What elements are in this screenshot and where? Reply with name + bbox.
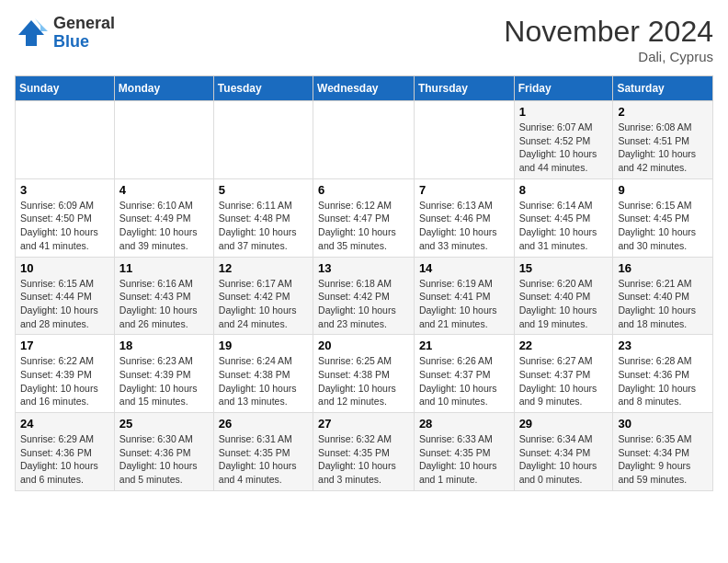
day-info: Sunrise: 6:30 AMSunset: 4:36 PMDaylight:… [119,432,209,487]
week-row-4: 17Sunrise: 6:22 AMSunset: 4:39 PMDayligh… [16,335,713,413]
day-info: Sunrise: 6:13 AMSunset: 4:46 PMDaylight:… [419,199,509,253]
day-info: Sunrise: 6:22 AMSunset: 4:39 PMDaylight:… [20,354,109,408]
day-info: Sunrise: 6:24 AMSunset: 4:38 PMDaylight:… [219,354,308,408]
day-info: Sunrise: 6:23 AMSunset: 4:39 PMDaylight:… [119,354,209,408]
calendar-cell: 28Sunrise: 6:33 AMSunset: 4:35 PMDayligh… [414,413,514,491]
logo-text: General Blue [53,15,115,52]
calendar-cell: 16Sunrise: 6:21 AMSunset: 4:40 PMDayligh… [613,257,713,335]
day-number: 25 [119,417,209,431]
day-number: 30 [618,417,708,431]
calendar-cell: 2Sunrise: 6:08 AMSunset: 4:51 PMDaylight… [613,101,713,179]
calendar-cell: 21Sunrise: 6:26 AMSunset: 4:37 PMDayligh… [414,335,514,413]
day-number: 19 [219,339,308,352]
day-info: Sunrise: 6:08 AMSunset: 4:51 PMDaylight:… [618,121,708,175]
calendar-cell [313,101,415,179]
calendar-cell: 13Sunrise: 6:18 AMSunset: 4:42 PMDayligh… [313,257,415,335]
day-info: Sunrise: 6:11 AMSunset: 4:48 PMDaylight:… [219,199,308,253]
logo: General Blue [15,15,115,52]
calendar-cell: 24Sunrise: 6:29 AMSunset: 4:36 PMDayligh… [16,413,115,491]
day-info: Sunrise: 6:35 AMSunset: 4:34 PMDaylight:… [618,432,708,487]
day-info: Sunrise: 6:07 AMSunset: 4:52 PMDaylight:… [519,121,609,175]
day-number: 11 [119,261,209,275]
week-row-5: 24Sunrise: 6:29 AMSunset: 4:36 PMDayligh… [16,413,713,491]
calendar-cell: 9Sunrise: 6:15 AMSunset: 4:45 PMDaylight… [613,178,713,257]
day-info: Sunrise: 6:21 AMSunset: 4:40 PMDaylight:… [618,277,708,331]
weekday-header-thursday: Thursday [414,76,514,101]
calendar-table: SundayMondayTuesdayWednesdayThursdayFrid… [15,75,713,491]
week-row-1: 1Sunrise: 6:07 AMSunset: 4:52 PMDaylight… [16,101,713,179]
weekday-header-row: SundayMondayTuesdayWednesdayThursdayFrid… [16,76,713,101]
calendar-cell: 14Sunrise: 6:19 AMSunset: 4:41 PMDayligh… [414,257,514,335]
title-area: November 2024 Dali, Cyprus [504,15,713,64]
calendar-cell: 29Sunrise: 6:34 AMSunset: 4:34 PMDayligh… [514,413,613,491]
calendar-cell: 11Sunrise: 6:16 AMSunset: 4:43 PMDayligh… [114,257,213,335]
calendar-cell: 15Sunrise: 6:20 AMSunset: 4:40 PMDayligh… [514,257,613,335]
day-info: Sunrise: 6:33 AMSunset: 4:35 PMDaylight:… [419,432,509,487]
calendar-cell: 12Sunrise: 6:17 AMSunset: 4:42 PMDayligh… [213,257,313,335]
day-info: Sunrise: 6:14 AMSunset: 4:45 PMDaylight:… [519,199,609,253]
day-info: Sunrise: 6:27 AMSunset: 4:37 PMDaylight:… [519,354,609,408]
day-info: Sunrise: 6:26 AMSunset: 4:37 PMDaylight:… [419,354,509,408]
day-info: Sunrise: 6:12 AMSunset: 4:47 PMDaylight:… [318,199,409,253]
calendar-cell: 18Sunrise: 6:23 AMSunset: 4:39 PMDayligh… [114,335,213,413]
month-title: November 2024 [504,15,713,49]
calendar-cell: 1Sunrise: 6:07 AMSunset: 4:52 PMDaylight… [514,101,613,179]
day-number: 23 [618,339,708,352]
calendar-cell: 8Sunrise: 6:14 AMSunset: 4:45 PMDaylight… [514,178,613,257]
day-info: Sunrise: 6:20 AMSunset: 4:40 PMDaylight:… [519,277,609,331]
day-number: 26 [219,417,308,431]
day-number: 4 [119,183,209,197]
day-number: 6 [318,183,409,197]
day-info: Sunrise: 6:17 AMSunset: 4:42 PMDaylight:… [219,277,308,331]
day-info: Sunrise: 6:28 AMSunset: 4:36 PMDaylight:… [618,354,708,408]
day-number: 10 [20,261,109,275]
calendar-cell: 10Sunrise: 6:15 AMSunset: 4:44 PMDayligh… [16,257,115,335]
day-number: 16 [618,261,708,275]
location: Dali, Cyprus [504,49,713,64]
calendar-cell: 5Sunrise: 6:11 AMSunset: 4:48 PMDaylight… [213,178,313,257]
day-number: 18 [119,339,209,352]
calendar-cell: 22Sunrise: 6:27 AMSunset: 4:37 PMDayligh… [514,335,613,413]
day-number: 15 [519,261,609,275]
day-info: Sunrise: 6:32 AMSunset: 4:35 PMDaylight:… [318,432,409,487]
header: General Blue November 2024 Dali, Cyprus [15,15,713,64]
day-number: 5 [219,183,308,197]
day-number: 12 [219,261,308,275]
day-number: 27 [318,417,409,431]
day-number: 28 [419,417,509,431]
day-number: 3 [20,183,109,197]
calendar-cell [114,101,213,179]
day-info: Sunrise: 6:29 AMSunset: 4:36 PMDaylight:… [20,432,109,487]
weekday-header-saturday: Saturday [613,76,713,101]
day-number: 1 [519,105,609,119]
weekday-header-sunday: Sunday [16,76,115,101]
day-number: 2 [618,105,708,119]
week-row-3: 10Sunrise: 6:15 AMSunset: 4:44 PMDayligh… [16,257,713,335]
calendar-cell: 4Sunrise: 6:10 AMSunset: 4:49 PMDaylight… [114,178,213,257]
day-number: 24 [20,417,109,431]
calendar-cell: 23Sunrise: 6:28 AMSunset: 4:36 PMDayligh… [613,335,713,413]
calendar-cell: 30Sunrise: 6:35 AMSunset: 4:34 PMDayligh… [613,413,713,491]
day-info: Sunrise: 6:09 AMSunset: 4:50 PMDaylight:… [20,199,109,253]
calendar-cell: 25Sunrise: 6:30 AMSunset: 4:36 PMDayligh… [114,413,213,491]
weekday-header-monday: Monday [114,76,213,101]
day-number: 17 [20,339,109,352]
weekday-header-wednesday: Wednesday [313,76,415,101]
calendar-cell: 6Sunrise: 6:12 AMSunset: 4:47 PMDaylight… [313,178,415,257]
day-number: 14 [419,261,509,275]
day-info: Sunrise: 6:16 AMSunset: 4:43 PMDaylight:… [119,277,209,331]
day-number: 8 [519,183,609,197]
day-number: 9 [618,183,708,197]
day-number: 22 [519,339,609,352]
week-row-2: 3Sunrise: 6:09 AMSunset: 4:50 PMDaylight… [16,178,713,257]
day-number: 7 [419,183,509,197]
day-number: 13 [318,261,409,275]
calendar-cell [213,101,313,179]
calendar-cell: 26Sunrise: 6:31 AMSunset: 4:35 PMDayligh… [213,413,313,491]
day-info: Sunrise: 6:34 AMSunset: 4:34 PMDaylight:… [519,432,609,487]
calendar-cell: 7Sunrise: 6:13 AMSunset: 4:46 PMDaylight… [414,178,514,257]
day-number: 21 [419,339,509,352]
day-info: Sunrise: 6:15 AMSunset: 4:44 PMDaylight:… [20,277,109,331]
calendar-cell: 27Sunrise: 6:32 AMSunset: 4:35 PMDayligh… [313,413,415,491]
calendar-cell: 19Sunrise: 6:24 AMSunset: 4:38 PMDayligh… [213,335,313,413]
